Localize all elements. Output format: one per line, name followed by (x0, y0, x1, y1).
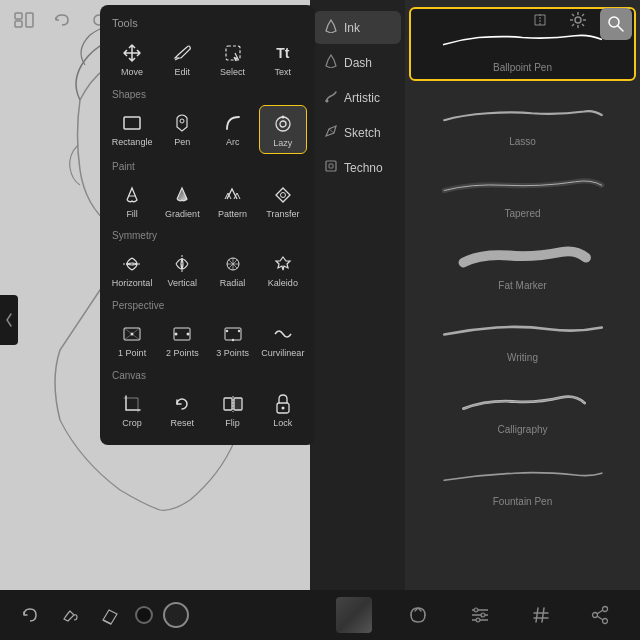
tool-edit[interactable]: Edit (158, 35, 206, 82)
tools-panel-title: Tools (100, 13, 315, 31)
tool-2points-label: 2 Points (166, 348, 199, 359)
svg-rect-30 (326, 161, 336, 171)
transform-button[interactable] (403, 600, 433, 630)
eraser-bottom-button[interactable] (95, 600, 125, 630)
lock-icon (271, 392, 295, 416)
tool-gradient[interactable]: Gradient (158, 177, 206, 224)
color-picker-button[interactable] (163, 602, 189, 628)
bottom-left-tools (0, 600, 310, 630)
artistic-category-icon (324, 89, 338, 106)
tool-vertical[interactable]: Vertical (158, 246, 206, 293)
tool-move[interactable]: Move (108, 35, 156, 82)
tools-grid-1: Move Edit Select Tt Te (100, 31, 315, 86)
left-side-tab[interactable] (0, 295, 18, 345)
tool-fill[interactable]: Fill (108, 177, 156, 224)
tapered-preview (421, 161, 624, 206)
vertical-icon (170, 252, 194, 276)
lasso-preview (421, 89, 624, 134)
share-button[interactable] (586, 601, 614, 629)
tool-lock[interactable]: Lock (259, 386, 307, 433)
tool-kaleido[interactable]: Kaleido (259, 246, 307, 293)
tool-pen[interactable]: Pen (158, 105, 206, 154)
brush-fountain[interactable]: Fountain Pen (409, 443, 636, 513)
svg-point-36 (481, 613, 485, 617)
undo-button[interactable] (48, 6, 76, 34)
svg-rect-1 (15, 13, 22, 19)
tool-text[interactable]: Tt Text (259, 35, 307, 82)
fountain-name: Fountain Pen (421, 496, 624, 507)
tool-radial-label: Radial (220, 278, 246, 289)
tool-1point-label: 1 Point (118, 348, 146, 359)
svg-point-11 (276, 117, 290, 131)
calligraphy-preview (421, 377, 624, 422)
fill-icon (120, 183, 144, 207)
tool-arc[interactable]: Arc (209, 105, 257, 154)
smudge-bottom-button[interactable] (55, 600, 85, 630)
svg-point-12 (280, 121, 286, 127)
gallery-search-button[interactable] (600, 8, 632, 40)
curvilinear-icon (271, 322, 295, 346)
cat-techno[interactable]: Techno (314, 151, 401, 184)
svg-point-20 (187, 333, 190, 336)
brush-categories: Ink Dash Artistic (310, 0, 405, 590)
cat-sketch[interactable]: Sketch (314, 116, 401, 149)
tool-3points[interactable]: 3 Points (209, 316, 257, 363)
tool-select-label: Select (220, 67, 245, 78)
tool-lazy-label: Lazy (273, 138, 292, 149)
hashtag-button[interactable] (527, 601, 555, 629)
fountain-preview (421, 449, 624, 494)
brush-writing[interactable]: Writing (409, 299, 636, 369)
tool-radial[interactable]: Radial (209, 246, 257, 293)
cat-artistic[interactable]: Artistic (314, 81, 401, 114)
tool-crop[interactable]: Crop (108, 386, 156, 433)
tool-transfer[interactable]: Transfer (259, 177, 307, 224)
brush-fat-marker[interactable]: Fat Marker (409, 227, 636, 297)
settings-button[interactable] (564, 6, 592, 34)
brush-panel: Ink Dash Artistic (310, 0, 640, 590)
cat-dash[interactable]: Dash (314, 46, 401, 79)
2points-icon (170, 322, 194, 346)
brush-tapered[interactable]: Tapered (409, 155, 636, 225)
artistic-label: Artistic (344, 91, 380, 105)
tool-pattern[interactable]: Pattern (209, 177, 257, 224)
brush-calligraphy[interactable]: Calligraphy (409, 371, 636, 441)
tool-curvilinear[interactable]: Curvilinear (259, 316, 307, 363)
tool-edit-label: Edit (175, 67, 191, 78)
symmetry-button[interactable] (526, 6, 554, 34)
tools-grid-paint: Fill Gradient (100, 173, 315, 228)
tool-gradient-label: Gradient (165, 209, 200, 220)
tool-kaleido-label: Kaleido (268, 278, 298, 289)
tool-rectangle[interactable]: Rectangle (108, 105, 156, 154)
tool-lazy[interactable]: Lazy (259, 105, 307, 154)
tool-2points[interactable]: 2 Points (158, 316, 206, 363)
lasso-name: Lasso (421, 136, 624, 147)
brush-size-button[interactable] (135, 606, 153, 624)
adjustments-button[interactable] (465, 600, 495, 630)
brush-lasso[interactable]: Lasso (409, 83, 636, 153)
tool-reset[interactable]: Reset (158, 386, 206, 433)
calligraphy-name: Calligraphy (421, 424, 624, 435)
pattern-icon (221, 183, 245, 207)
ballpoint-name: Ballpoint Pen (423, 62, 622, 73)
horizontal-icon (120, 252, 144, 276)
tool-1point[interactable]: 1 Point (108, 316, 156, 363)
undo-bottom-button[interactable] (15, 600, 45, 630)
edit-icon (170, 41, 194, 65)
1point-icon (120, 322, 144, 346)
svg-rect-26 (234, 398, 242, 410)
gallery-button[interactable] (10, 6, 38, 34)
tool-flip[interactable]: Flip (209, 386, 257, 433)
tool-horizontal[interactable]: Horizontal (108, 246, 156, 293)
svg-rect-2 (15, 21, 22, 27)
tool-select[interactable]: Select (209, 35, 257, 82)
svg-rect-31 (329, 164, 333, 168)
tool-flip-label: Flip (225, 418, 240, 429)
svg-rect-21 (225, 328, 241, 340)
3points-icon (221, 322, 245, 346)
crop-icon (120, 392, 144, 416)
svg-point-35 (474, 608, 478, 612)
layers-thumbnail-button[interactable] (336, 597, 372, 633)
bottom-bar (0, 590, 640, 640)
tool-pen-label: Pen (174, 137, 190, 148)
paint-label: Paint (100, 158, 315, 173)
